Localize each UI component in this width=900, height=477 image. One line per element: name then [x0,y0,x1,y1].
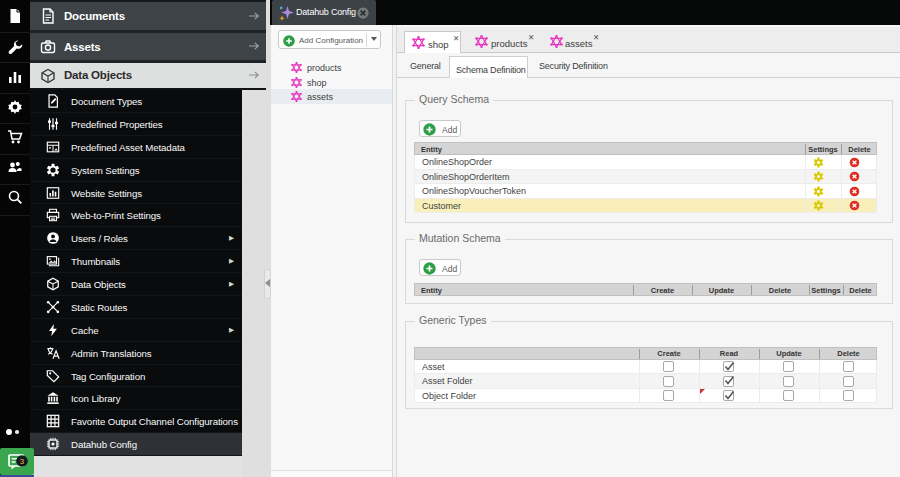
svg-text:3: 3 [20,456,25,465]
